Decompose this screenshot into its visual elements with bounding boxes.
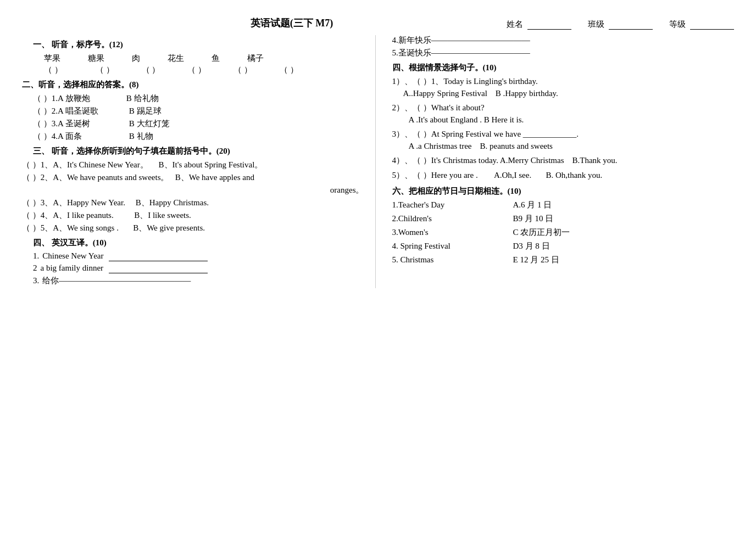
s4-q1-num: 1. (33, 251, 39, 261)
s2-q4-b: B 礼物 (129, 131, 153, 142)
class-field: 班级 (588, 19, 653, 30)
bracket-6: （ ） (280, 65, 298, 75)
s6-right1: A.6 月 1 日 (513, 200, 735, 210)
s5-q1: 1）、（ ）1、Today is Lingling's birthday. A.… (392, 76, 735, 98)
s2-q1: （ ）1.A 放鞭炮 B 给礼物 (33, 93, 364, 104)
page: 英语试题(三下 M7) 姓名 班级 等级 一、 听音，标序号。(12) 苹果 (22, 16, 734, 288)
section6-title: 六、把相应的节日与日期相连。(10) (392, 186, 735, 197)
s4-q1: 1. Chinese New Year (33, 251, 364, 261)
name-underline (527, 20, 571, 30)
s3-q1: （ ）1、A、It's Chinese New Year。 B、It's abo… (22, 160, 364, 170)
section3-title: 三、 听音，选择你所听到的句子填在题前括号中。(20) (33, 146, 364, 156)
s2-q4-a: （ ）4.A 面条 (33, 131, 82, 142)
left-column: 一、 听音，标序号。(12) 苹果 糖果 肉 花生 鱼 橘子 （ ） （ ） （… (22, 35, 376, 288)
s5-q2-stem: 2）、（ ）What's it about? (392, 103, 735, 113)
s2-q4: （ ）4.A 面条 B 礼物 (33, 131, 364, 142)
item-orange: 橘子 (247, 53, 264, 64)
s4-q3: 3. 给你———————————————— (33, 276, 364, 286)
class-label: 班级 (588, 19, 604, 30)
s4-q1-text: Chinese New Year (42, 251, 103, 261)
grade-label: 等级 (669, 19, 686, 30)
s6-row1: 1.Teacher's Day A.6 月 1 日 (392, 200, 735, 210)
s6-row3: 3.Women's C 农历正月初一 (392, 227, 735, 238)
item-meat: 肉 (132, 53, 140, 64)
s3-q4-text: （ ）4、A、I like peanuts. B、I like sweets. (22, 210, 191, 221)
bracket-2: （ ） (96, 65, 114, 75)
s6-right4: D3 月 8 日 (513, 241, 735, 251)
s4-item4: 4.新年快乐———————————— (392, 35, 735, 46)
s4-q1-line (109, 251, 208, 261)
s2-q1-a: （ ）1.A 放鞭炮 (33, 93, 90, 104)
section2-title: 二、听音，选择相应的答案。(8) (22, 80, 364, 90)
s2-q1-b: B 给礼物 (126, 93, 159, 104)
s4-q2-line (109, 263, 208, 273)
class-underline (609, 20, 653, 30)
s3-q2: （ ）2、A、We have peanuts and sweets。 B、We … (22, 172, 364, 183)
s5-q5: 5）、（ ）Here you are . A.Oh,I see. B. Oh,t… (392, 170, 735, 181)
s6-left4: 4. Spring Festival (392, 242, 513, 251)
s3-q2-cont: oranges。 (22, 185, 364, 195)
s2-q3-a: （ ）3.A 圣诞树 (33, 119, 90, 129)
s3-q2-continuation: oranges。 (330, 186, 364, 194)
s5-q3-stem: 3）、（ ）At Spring Festival we have _______… (392, 129, 735, 139)
s5-q3-opts: A .a Christmas tree B. peanuts and sweet… (409, 142, 735, 151)
s6-row4: 4. Spring Festival D3 月 8 日 (392, 241, 735, 251)
s5-q3: 3）、（ ）At Spring Festival we have _______… (392, 129, 735, 151)
s2-q2-a: （ ）2.A 唱圣诞歌 (33, 106, 98, 116)
s5-q1-opts: A..Happy Spring Festival B .Happy birthd… (403, 89, 735, 98)
s4-q2-text: a big family dinner (41, 263, 104, 273)
s3-q4: （ ）4、A、I like peanuts. B、I like sweets. (22, 210, 364, 221)
s3-q1-text: （ ）1、A、It's Chinese New Year。 B、It's abo… (22, 160, 263, 170)
s6-row2: 2.Children's B9 月 10 日 (392, 214, 735, 224)
s4-right-items: 4.新年快乐———————————— 5.圣诞快乐———————————— (392, 35, 735, 58)
name-label: 姓名 (507, 19, 523, 30)
section4-title: 四、 英汉互译。(10) (33, 238, 364, 248)
page-title: 英语试题(三下 M7) (22, 16, 507, 30)
s2-q3-b: B 大红灯笼 (129, 119, 170, 129)
s2-q2: （ ）2.A 唱圣诞歌 B 踢足球 (33, 106, 364, 116)
bracket-4: （ ） (187, 65, 206, 75)
s4-q2: 2 a big family dinner (33, 263, 364, 273)
item-peanut: 花生 (168, 53, 184, 64)
s5-q5-stem: 5）、（ ）Here you are . A.Oh,I see. B. Oh,t… (392, 170, 735, 181)
header: 英语试题(三下 M7) 姓名 班级 等级 (22, 16, 734, 30)
section1-items: 苹果 糖果 肉 花生 鱼 橘子 (44, 53, 364, 64)
bracket-5: （ ） (234, 65, 252, 75)
s6-row5: 5. Christmas E 12 月 25 日 (392, 255, 735, 265)
bracket-1: （ ） (44, 65, 63, 75)
s2-q3: （ ）3.A 圣诞树 B 大红灯笼 (33, 119, 364, 129)
bracket-3: （ ） (142, 65, 160, 75)
grade-field: 等级 (669, 19, 734, 30)
s6-left3: 3.Women's (392, 228, 513, 237)
s4-q3-text: 给你———————————————— (42, 276, 191, 286)
main-content: 一、 听音，标序号。(12) 苹果 糖果 肉 花生 鱼 橘子 （ ） （ ） （… (22, 35, 734, 288)
s3-q2-text: （ ）2、A、We have peanuts and sweets。 B、We … (22, 172, 254, 183)
s2-q2-b: B 踢足球 (129, 106, 162, 116)
item-apple: 苹果 (44, 53, 60, 64)
item-fish: 鱼 (212, 53, 220, 64)
s6-left5: 5. Christmas (392, 255, 513, 265)
section1-title: 一、 听音，标序号。(12) (33, 40, 364, 50)
s5-q1-stem: 1）、（ ）1、Today is Lingling's birthday. (392, 76, 735, 87)
s5-q2: 2）、（ ）What's it about? A .It's about Eng… (392, 103, 735, 125)
section5-title: 四、根据情景选择句子。(10) (392, 63, 735, 73)
section1-brackets: （ ） （ ） （ ） （ ） （ ） （ ） (44, 65, 364, 75)
s6-right3: C 农历正月初一 (513, 227, 735, 238)
s6-right5: E 12 月 25 日 (513, 255, 735, 265)
s6-right2: B9 月 10 日 (513, 214, 735, 224)
s3-q3-text: （ ）3、A、Happy New Year. B、Happy Christmas… (22, 198, 209, 208)
grade-underline (690, 20, 734, 30)
s3-q5-text: （ ）5、A、We sing songs . B、We give present… (22, 223, 205, 233)
s4-q2-num: 2 (33, 263, 37, 273)
s3-q3: （ ）3、A、Happy New Year. B、Happy Christmas… (22, 198, 364, 208)
s4-item5: 5.圣诞快乐———————————— (392, 48, 735, 58)
s5-q2-opts: A .It's about England . B Here it is. (409, 115, 735, 125)
s6-left1: 1.Teacher's Day (392, 200, 513, 210)
right-column: 4.新年快乐———————————— 5.圣诞快乐———————————— 四、… (376, 35, 735, 288)
s3-q5: （ ）5、A、We sing songs . B、We give present… (22, 223, 364, 233)
s5-q4-stem: 4）、（ ）It's Christmas today. A.Merry Chri… (392, 155, 735, 166)
s6-left2: 2.Children's (392, 214, 513, 223)
s5-q4: 4）、（ ）It's Christmas today. A.Merry Chri… (392, 155, 735, 166)
name-field: 姓名 (507, 19, 571, 30)
item-candy: 糖果 (88, 53, 104, 64)
